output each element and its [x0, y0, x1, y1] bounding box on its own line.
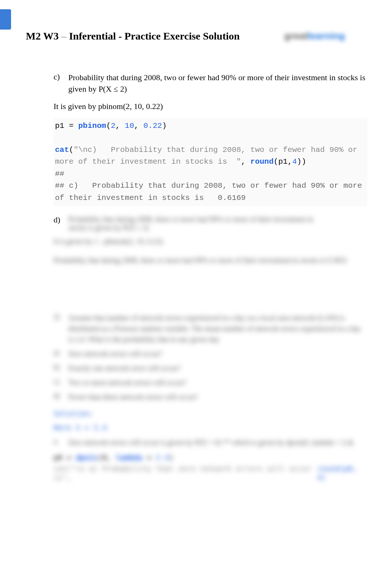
code-round-n: 4: [292, 157, 297, 166]
blurred-q2: 2) Assume that number of network errors …: [54, 313, 367, 482]
blur-d-line1: Probability that during 2008, three or m…: [68, 215, 313, 224]
blur-qa-label: a): [54, 348, 68, 359]
blur-q2: 2) Assume that number of network errors …: [54, 313, 367, 345]
blur-d-prob1: Probability that during 2008, three or m…: [54, 256, 291, 265]
blur-qc: c) Two or more network errors will occur…: [54, 377, 367, 388]
blur-qd-body: Fewer than three network errors will occ…: [68, 392, 198, 402]
blur-qa: a) Zero network errors will occur?: [54, 348, 367, 359]
blur-qd-label: d): [54, 392, 68, 402]
label-c: c): [54, 72, 68, 95]
blur-q2-label: 2): [54, 313, 68, 345]
blur-ans-a: a. Zero network errors will occur is giv…: [54, 437, 367, 448]
blur-code-line: p0 = dpois(0, lambda = 2.4): [54, 453, 367, 462]
code-round-open: (p1,: [274, 157, 292, 166]
code-comma: ,: [116, 122, 125, 130]
blur-code-close: ): [169, 453, 173, 462]
side-tab: [0, 9, 11, 30]
blur-ans-a-label: a.: [54, 437, 68, 448]
blur-last-line: cat("\n a) Probability that zero network…: [54, 464, 367, 482]
blur-qc-label: c): [54, 377, 68, 388]
text-c: Probability that during 2008, two or few…: [68, 72, 367, 95]
code-func-cat: cat: [55, 146, 69, 154]
blur-d-given: It is given by 1 - pbinom(2, 10, 0.22): [54, 237, 163, 246]
title-dash: –: [59, 30, 69, 42]
code-num-2: 2: [111, 122, 116, 130]
blur-last-left: cat("\n a) Probability that zero network…: [54, 464, 317, 482]
blur-d-line2: stocks is given by P(X ≥ 3): [68, 224, 149, 232]
code-out-hash: ##: [55, 170, 69, 178]
code-func-pbinom: pbinom: [78, 122, 106, 130]
blur-q2-body: Assume that number of network errors exp…: [68, 313, 367, 345]
page-header: M2 W3 – Inferential - Practice Exercise …: [26, 28, 365, 44]
blur-qb-label: b): [54, 363, 68, 374]
code-string: "\nc) Probability that during 2008, two …: [55, 146, 362, 166]
blur-code-val: 2.4: [156, 453, 169, 462]
question-d: d) Probability that during 2008, three o…: [54, 215, 367, 232]
code-open: (: [106, 122, 111, 130]
code-lhs: p1 =: [55, 122, 78, 130]
blur-d-prob2: in stocks is 0.3831: [292, 256, 347, 265]
blur-solution: Solution:: [54, 409, 367, 418]
blur-qa-body: Zero network errors will occur?: [68, 348, 162, 359]
code-num-022: 0.22: [144, 122, 162, 130]
code-cat-open: (: [69, 146, 74, 154]
code-out-line: ## c) Probability that during 2008, two …: [55, 181, 367, 202]
blur-ans-a-body: Zero network errors will occur is given …: [68, 437, 353, 448]
page-title: M2 W3 – Inferential - Practice Exercise …: [26, 30, 240, 42]
code-num-10: 10: [125, 122, 134, 130]
code-close: ): [162, 122, 167, 130]
blurred-d-extra: It is given by 1 - pbinom(2, 10, 0.22) P…: [54, 237, 367, 265]
blur-code-lambda: lambda: [116, 453, 142, 462]
logo-text-blue: learning: [308, 30, 345, 42]
code-comma2: ,: [134, 122, 143, 130]
blurred-d-body: Probability that during 2008, three or m…: [68, 215, 367, 232]
logo-text-grey: great: [284, 30, 308, 42]
given-line-c: It is given by pbinom(2, 10, 0.22): [54, 102, 367, 111]
code-round-close: )): [297, 157, 306, 166]
label-d: d): [54, 215, 68, 232]
code-block-c: p1 = pbinom(2, 10, 0.22) cat("\nc) Proba…: [54, 118, 367, 207]
question-c: c) Probability that during 2008, two or …: [54, 72, 367, 95]
title-prefix: M2 W3: [26, 30, 59, 42]
brand-logo: greatlearning: [284, 28, 365, 44]
title-suffix: Inferential - Practice Exercise Solution: [69, 30, 240, 42]
blur-code-func: dpois: [76, 453, 98, 462]
blur-qc-body: Two or more network errors will occur?: [68, 377, 186, 388]
code-cat-comma: ,: [241, 157, 250, 166]
main-content: c) Probability that during 2008, two or …: [54, 72, 367, 482]
blur-code-open: (0,: [98, 453, 116, 462]
blur-code-lhs: p0 =: [54, 453, 76, 462]
blur-here: Here λ = 2.4: [54, 423, 367, 432]
blur-qb: b) Exactly one network error will occur?: [54, 363, 367, 374]
blur-last-right: round(p0, 4): [317, 464, 367, 482]
code-func-round: round: [250, 157, 274, 166]
blur-code-eq: =: [142, 453, 156, 462]
blur-qb-body: Exactly one network error will occur?: [68, 363, 180, 374]
blur-qd: d) Fewer than three network errors will …: [54, 392, 367, 402]
